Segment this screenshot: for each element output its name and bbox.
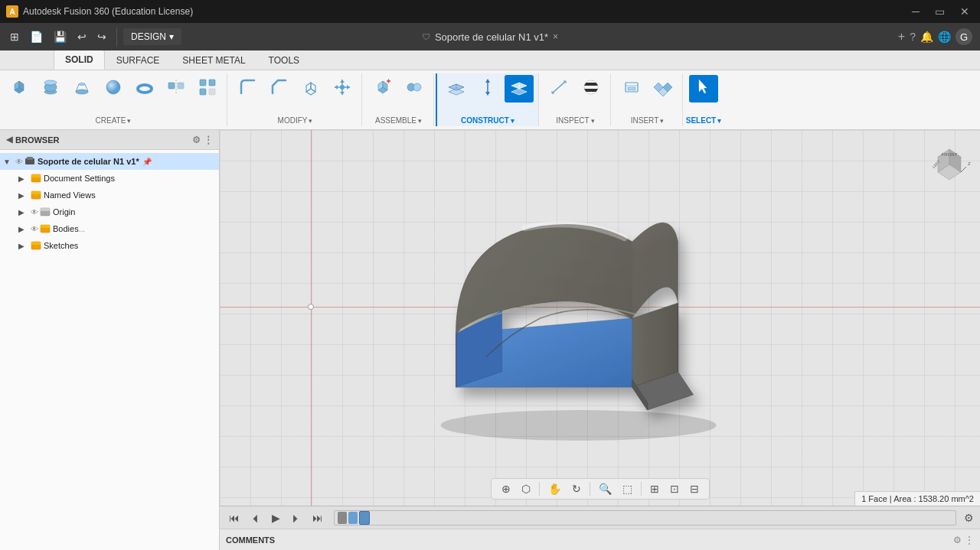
svg-rect-12 [178,83,184,89]
create-sphere-button[interactable] [99,75,128,103]
maximize-button[interactable]: ▭ [930,4,949,19]
inspect-measure-button[interactable] [545,75,574,103]
tab-solid[interactable]: SOLID [54,50,105,70]
browser-collapse-button[interactable]: ◀ [6,135,12,145]
tl-settings-button[interactable]: ⚙ [964,512,974,524]
tree-item-root[interactable]: ▼ 👁 Soporte de celular N1 v1* 📌 [0,153,219,170]
notifications-button[interactable]: 🔔 [920,31,933,43]
tab-close-button[interactable]: × [553,31,558,42]
svg-marker-19 [306,83,311,92]
viewport-area: FRONT LEFT Z ⊕ ⬡ ✋ ↻ 🔍 ⬚ [220,130,980,550]
timeline-track[interactable] [334,510,956,526]
construct-offset-plane-button[interactable] [442,75,471,103]
tab-add-button[interactable]: + [898,30,905,44]
vp-tool-display[interactable]: ⊡ [666,481,683,496]
status-text: 1 Face | Area : 1538.20 mm^2 [861,494,974,503]
loft-icon [71,77,93,99]
assemble-new-component-button[interactable] [368,75,397,103]
browser-header: ◀ BROWSER ⚙ ⋮ [0,130,219,150]
svg-rect-57 [628,87,635,90]
modify-fillet-button[interactable] [234,75,263,103]
browser-header-left: ◀ BROWSER [6,135,59,145]
web-button[interactable]: 🌐 [938,31,951,43]
new-button[interactable]: 📄 [26,28,47,45]
grid-menu-button[interactable]: ⊞ [6,28,23,45]
tl-next-button[interactable]: ⏵ [288,510,305,526]
svg-point-7 [79,83,85,86]
vp-tool-zoombox[interactable]: ⬚ [619,481,636,496]
title-bar: A Autodesk Fusion 360 (Education License… [0,0,980,23]
axis-icon [477,77,498,99]
tl-end-button[interactable]: ⏭ [309,510,326,526]
svg-marker-42 [485,92,490,96]
tree-item-doc-settings[interactable]: ▶ Document Settings [0,170,219,187]
tree-item-origin[interactable]: ▶ 👁 Origin [0,203,219,220]
construct-active-button[interactable] [505,75,534,103]
assemble-joint-button[interactable] [400,75,429,103]
close-button[interactable]: ✕ [956,4,974,19]
offset-plane-icon [446,77,467,99]
tree-item-named-views[interactable]: ▶ Named Views [0,187,219,203]
vp-tool-orbit[interactable]: ↻ [568,481,585,496]
comments-settings-button[interactable]: ⚙ [953,535,962,545]
vp-tool-pan[interactable]: ✋ [544,481,565,496]
modify-shell-button[interactable] [296,75,325,103]
tab-tools[interactable]: TOOLS [257,50,311,70]
svg-point-5 [44,80,57,85]
vp-tool-anchor[interactable]: ⊕ [498,481,514,496]
tl-play-button[interactable]: ▶ [269,510,283,526]
create-box-button[interactable] [5,75,34,103]
undo-button[interactable]: ↩ [74,28,90,45]
tl-prev-button[interactable]: ⏴ [247,510,264,526]
help-button[interactable]: ? [910,31,916,43]
vp-tool-grid[interactable]: ⊞ [646,481,663,496]
tl-start-button[interactable]: ⏮ [226,510,243,526]
select-main-button[interactable] [689,75,718,103]
joint-icon [403,77,425,99]
minimize-button[interactable]: ─ [907,4,924,19]
browser-panel: ◀ BROWSER ⚙ ⋮ ▼ 👁 Soporte de celular N1 … [0,130,220,550]
svg-rect-14 [200,80,206,86]
insert-mesh-button[interactable] [648,75,678,103]
comments-resize-handle[interactable]: ⋮ [965,535,974,545]
user-avatar[interactable]: G [956,28,972,45]
vp-tool-camera[interactable]: ⬡ [518,481,534,496]
save-button[interactable]: 💾 [50,28,70,45]
named-views-label: Named Views [44,190,96,200]
model-shadow [440,410,716,441]
origin-label: Origin [53,207,75,216]
tab-surface[interactable]: SURFACE [105,50,172,70]
svg-point-21 [340,85,345,89]
browser-header-right: ⚙ ⋮ [192,135,213,145]
named-views-icon [31,190,41,200]
tree-item-bodies[interactable]: ▶ 👁 Bodies ... [0,220,219,237]
insert-canvas-button[interactable] [617,75,646,103]
viewport-3d[interactable]: FRONT LEFT Z ⊕ ⬡ ✋ ↻ 🔍 ⬚ [220,130,980,506]
construct-axis-button[interactable] [473,75,502,103]
browser-resize-handle[interactable]: ⋮ [204,135,213,145]
create-loft-button[interactable] [67,75,96,103]
create-torus-button[interactable] [130,75,159,103]
browser-settings-button[interactable]: ⚙ [192,135,201,145]
redo-button[interactable]: ↪ [93,28,110,45]
vp-divider-1 [539,482,540,496]
inspect-zebra-button[interactable] [577,75,606,103]
comments-left: COMMENTS [226,535,275,545]
create-revolve-button[interactable] [36,75,65,103]
svg-rect-54 [583,89,599,92]
vp-tool-more[interactable]: ⊟ [686,481,703,496]
vp-tool-zoom[interactable]: 🔍 [595,481,616,496]
pattern-icon [165,77,187,99]
create-more-button[interactable] [193,75,222,103]
viewcube[interactable]: FRONT LEFT Z [926,138,972,184]
tab-sheet-metal[interactable]: SHEET METAL [171,50,256,70]
file-tab[interactable]: 🛡 Soporte de celular N1 v1* × [422,31,558,43]
create-pattern-button[interactable] [162,75,191,103]
modify-move-button[interactable] [328,75,357,103]
tree-item-sketches[interactable]: ▶ Sketches [0,237,219,254]
modify-chamfer-button[interactable] [265,75,294,103]
design-mode-button[interactable]: DESIGN ▾ [123,28,181,45]
viewport-tools-bar: ⊕ ⬡ ✋ ↻ 🔍 ⬚ ⊞ ⊡ ⊟ [491,478,710,500]
svg-line-85 [961,167,966,172]
construct-buttons [442,73,534,113]
